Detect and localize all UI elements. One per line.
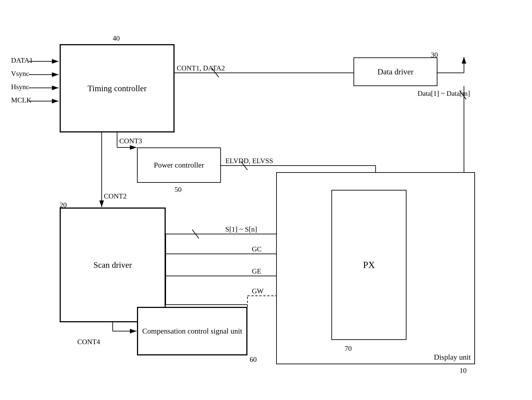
elvdd-elvss-label: ELVDD, ELVSS (225, 157, 273, 165)
data-driver-box: Data driver (354, 57, 437, 86)
display-unit-label: Display unit (434, 353, 471, 361)
gw-label: GW (252, 287, 264, 295)
power-controller-box: Power controller (137, 148, 221, 183)
cont2-label: CONT2 (104, 192, 127, 200)
ref-10: 10 (460, 366, 467, 375)
ref-60: 60 (250, 355, 257, 363)
data-range-label: Data[1] ~ Data[m] (418, 89, 470, 98)
s-range-label: S[1] ~ S[n] (225, 225, 257, 233)
ref-70: 70 (345, 344, 352, 352)
mclk-label: MCLK (11, 96, 31, 104)
timing-controller-box: Timing controller (60, 44, 175, 132)
cont1-data2-label: CONT1, DATA2 (177, 64, 225, 72)
ge-label: GE (252, 267, 261, 275)
gc-label: GC (252, 245, 262, 253)
diagram: 40 Timing controller DATA1 Vsync Hsync M… (0, 0, 532, 400)
scan-driver-label: Scan driver (94, 260, 132, 270)
px-box: PX (331, 190, 406, 340)
compensation-control-box: Compensation control signal unit (137, 307, 247, 355)
timing-controller-label: Timing controller (88, 83, 147, 93)
svg-line-17 (192, 230, 199, 238)
px-label: PX (363, 260, 375, 270)
data1-label: DATA1 (11, 56, 33, 64)
hsync-label: Hsync (11, 83, 29, 91)
ref-40: 40 (113, 34, 120, 42)
cont3-label: CONT3 (119, 137, 142, 145)
ref-50: 50 (175, 185, 182, 194)
power-controller-label: Power controller (154, 161, 204, 169)
cont4-label: CONT4 (77, 338, 100, 346)
compensation-control-label: Compensation control signal unit (142, 326, 242, 336)
data-driver-label: Data driver (378, 67, 414, 76)
vsync-label: Vsync (11, 69, 29, 78)
scan-driver-box: Scan driver (60, 208, 166, 322)
